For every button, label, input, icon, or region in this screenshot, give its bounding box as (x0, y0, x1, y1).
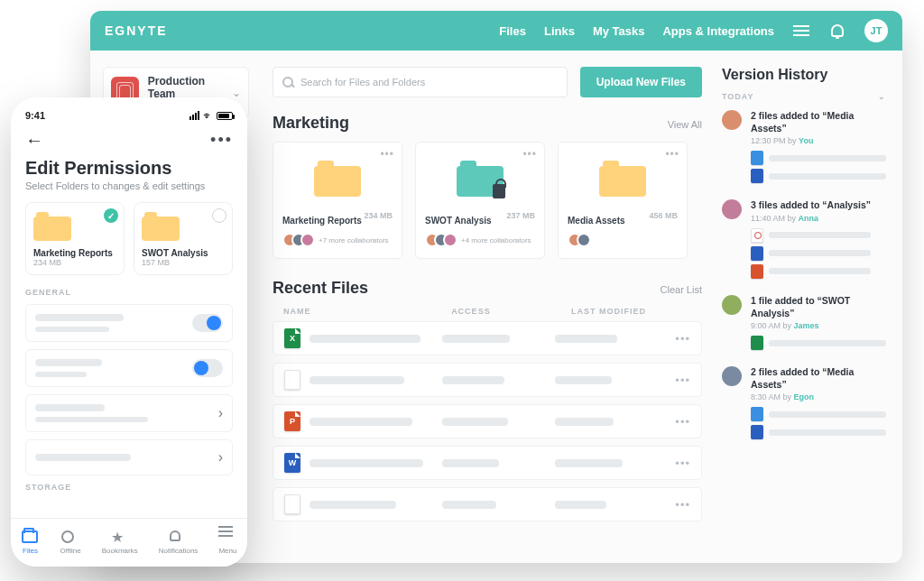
history-text: 3 files added to “Analysis” (751, 199, 871, 212)
card-size: 157 MB (142, 258, 225, 267)
brand-text: EGNYTE (105, 23, 168, 38)
row-menu-icon[interactable]: ••• (675, 456, 690, 470)
history-item[interactable]: 3 files added to “Analysis” 11:40 AM by … (722, 199, 886, 279)
recent-columns: NAME ACCESS LAST MODIFIED (273, 307, 702, 316)
collab-more: +7 more collaborators (319, 236, 389, 244)
mobile-title: Edit Permissions (25, 158, 233, 179)
history-item[interactable]: 2 files added to “Media Assets” 8:30 AM … (722, 366, 886, 439)
setting-row[interactable]: › (25, 439, 233, 475)
col-modified: LAST MODIFIED (571, 307, 691, 316)
word-icon: W (284, 453, 300, 473)
status-time: 9:41 (25, 110, 45, 121)
search-field[interactable] (273, 67, 568, 97)
setting-row[interactable] (25, 304, 233, 342)
folder-icon (33, 212, 71, 241)
avatar-icon (722, 110, 742, 130)
history-item[interactable]: 2 files added to “Media Assets” 12:30 PM… (722, 110, 886, 183)
folder-card[interactable]: ••• Media Assets 456 MB (558, 142, 688, 259)
pdf-icon: ▲ (284, 370, 300, 390)
marketing-cards: ••• Marketing Reports 234 MB +7 more col… (273, 142, 702, 259)
folder-icon (599, 161, 646, 197)
bell-icon[interactable] (828, 22, 846, 40)
wifi-icon: ᯤ (203, 110, 213, 121)
nav-files[interactable]: Files (499, 24, 526, 38)
chevron-down-icon[interactable]: ⌄ (878, 92, 886, 101)
marketing-viewall[interactable]: View All (668, 119, 702, 130)
recent-clear[interactable]: Clear List (661, 284, 702, 295)
marketing-heading: Marketing (273, 114, 349, 133)
main-column: Upload New Files Marketing View All ••• … (262, 51, 722, 563)
mobile-folder-card[interactable]: SWOT Analysis 157 MB (134, 202, 233, 275)
lock-icon (493, 184, 505, 198)
card-title: Marketing Reports (33, 248, 116, 258)
team-name: Production Team (148, 75, 223, 100)
card-size: 237 MB (506, 211, 535, 220)
col-name: NAME (283, 307, 451, 316)
toolbar: Upload New Files (273, 67, 702, 97)
card-title: SWOT Analysis (425, 216, 492, 226)
chevron-right-icon: › (218, 449, 223, 466)
file-row[interactable]: X ••• (273, 321, 702, 355)
word-icon (751, 425, 763, 439)
folder-card[interactable]: ••• Marketing Reports 234 MB +7 more col… (273, 142, 402, 259)
history-heading: Version History (722, 67, 886, 83)
mobile-folder-card[interactable]: ✓ Marketing Reports 234 MB (25, 202, 125, 275)
history-sub: 12:30 PM by You (751, 136, 886, 145)
folder-icon (142, 212, 180, 241)
tab-menu[interactable]: Menu (218, 530, 236, 555)
card-title: SWOT Analysis (142, 248, 225, 258)
battery-icon (217, 112, 233, 120)
folder-icon (314, 161, 361, 197)
avatar-icon (722, 295, 742, 315)
collaborators (568, 233, 678, 247)
tab-files[interactable]: Files (22, 530, 40, 555)
brand-logo: EGNYTE (105, 23, 168, 38)
nav-links[interactable]: Links (544, 24, 575, 38)
word-icon (751, 246, 763, 261)
excel-icon: X (284, 328, 300, 348)
nav-apps[interactable]: Apps & Integrations (662, 24, 774, 38)
general-section-label: GENERAL (25, 288, 233, 297)
setting-row[interactable]: › (25, 394, 233, 432)
file-icon (751, 407, 763, 421)
mobile-subtitle: Select Folders to changes & edit setting… (25, 180, 233, 191)
setting-row[interactable] (25, 349, 233, 387)
row-menu-icon[interactable]: ••• (675, 374, 690, 387)
hamburger-icon[interactable] (792, 22, 810, 40)
avatar-icon (722, 199, 742, 219)
version-history-panel: Version History TODAY ⌄ 2 files added to… (722, 51, 902, 563)
file-row[interactable]: ▲ ••• (273, 487, 702, 521)
marketing-header: Marketing View All (273, 114, 702, 133)
toggle-switch[interactable] (192, 314, 223, 332)
back-icon[interactable]: ← (25, 130, 43, 151)
chevron-right-icon: › (218, 405, 223, 421)
file-row[interactable]: ▲ ••• (273, 363, 702, 397)
nav-my-tasks[interactable]: My Tasks (593, 24, 645, 38)
tab-bookmarks[interactable]: ★ Bookmarks (102, 530, 138, 555)
search-input[interactable] (300, 77, 558, 88)
user-avatar[interactable]: JT (864, 19, 888, 42)
tab-notifications[interactable]: Notifications (159, 530, 199, 555)
collaborators: +7 more collaborators (282, 233, 393, 247)
toggle-switch[interactable] (192, 359, 223, 377)
more-icon[interactable]: ••• (210, 131, 233, 150)
card-menu-icon[interactable]: ••• (665, 148, 679, 161)
checked-icon[interactable]: ✓ (104, 208, 118, 223)
row-menu-icon[interactable]: ••• (675, 498, 690, 512)
row-menu-icon[interactable]: ••• (675, 415, 690, 429)
unchecked-icon[interactable] (212, 208, 226, 223)
bell-icon (170, 530, 188, 545)
card-menu-icon[interactable]: ••• (522, 148, 537, 161)
search-icon (282, 77, 293, 88)
file-row[interactable]: P ••• (273, 404, 702, 438)
signal-icon (189, 111, 199, 120)
row-menu-icon[interactable]: ••• (675, 332, 690, 346)
card-menu-icon[interactable]: ••• (380, 148, 394, 161)
file-row[interactable]: W ••• (273, 446, 702, 480)
history-today-label: TODAY ⌄ (722, 92, 886, 101)
avatar-icon (722, 366, 742, 386)
upload-button[interactable]: Upload New Files (580, 67, 702, 97)
history-item[interactable]: 1 file added to “SWOT Analysis” 9:00 AM … (722, 295, 886, 350)
tab-offline[interactable]: Offline (60, 530, 81, 555)
folder-card[interactable]: ••• SWOT Analysis 237 MB +4 more collabo… (415, 142, 545, 259)
